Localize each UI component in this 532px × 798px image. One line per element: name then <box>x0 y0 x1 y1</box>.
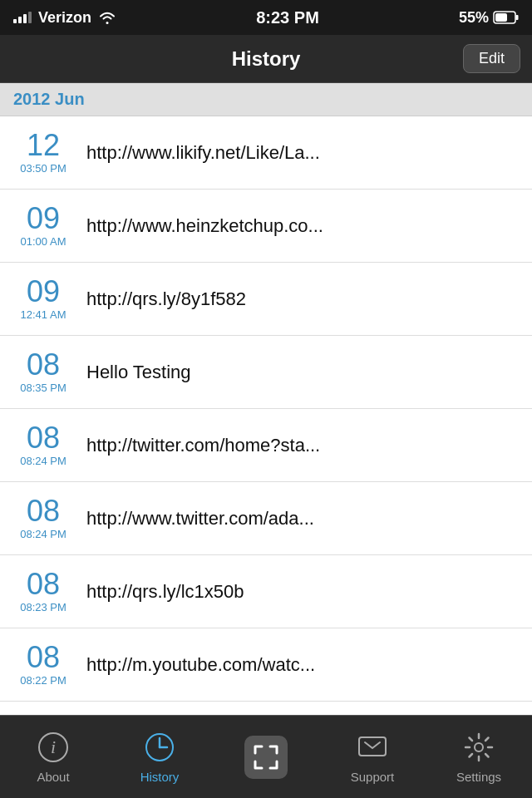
item-url: http://m.youtube.com/watc... <box>86 654 519 676</box>
svg-point-9 <box>475 743 483 751</box>
date-time: 08:22 PM <box>20 674 66 687</box>
item-url: http://www.heinzketchup.co... <box>86 215 519 237</box>
list-item[interactable]: 09 01:00 AM http://www.heinzketchup.co..… <box>0 190 532 263</box>
date-block: 08 08:24 PM <box>13 423 73 467</box>
date-day: 08 <box>27 569 60 599</box>
battery-icon <box>494 11 519 24</box>
date-block: 08 08:23 PM <box>13 569 73 613</box>
support-icon <box>355 730 390 765</box>
tab-history-label: History <box>140 770 180 784</box>
battery-percent: 55% <box>459 9 489 27</box>
settings-icon <box>461 730 496 765</box>
history-icon <box>142 730 177 765</box>
svg-rect-8 <box>359 737 386 756</box>
status-left: Verizon <box>13 9 116 27</box>
date-time: 08:24 PM <box>20 528 66 540</box>
date-time: 01:00 AM <box>21 235 66 248</box>
item-url: http://qrs.ly/8y1f582 <box>86 288 519 310</box>
list-item[interactable]: 09 12:41 AM http://qrs.ly/8y1f582 <box>0 263 532 336</box>
date-time: 12:41 AM <box>21 308 66 321</box>
tab-support-label: Support <box>351 770 395 784</box>
date-block: 09 01:00 AM <box>13 204 73 248</box>
signal-icon <box>13 12 32 23</box>
date-block: 08 08:35 PM <box>13 350 73 394</box>
edit-button[interactable]: Edit <box>463 44 520 73</box>
svg-rect-1 <box>516 15 519 20</box>
date-day: 12 <box>27 131 60 160</box>
list-item[interactable]: 08 08:22 PM http://m.youtube.com/watc... <box>0 628 532 702</box>
date-day: 09 <box>27 277 60 307</box>
history-list: 12 03:50 PM http://www.likify.net/Like/L… <box>0 116 532 717</box>
date-time: 08:24 PM <box>20 455 66 467</box>
nav-bar: History Edit <box>0 35 532 83</box>
list-item[interactable]: 08 08:35 PM Hello Testing <box>0 336 532 409</box>
item-url: http://qrs.ly/lc1x50b <box>86 581 519 603</box>
date-day: 08 <box>27 423 60 453</box>
list-item[interactable]: 12 03:50 PM http://www.likify.net/Like/L… <box>0 116 532 190</box>
tab-settings[interactable]: Settings <box>426 716 532 798</box>
tab-about-label: About <box>37 770 69 784</box>
status-bar: Verizon 8:23 PM 55% <box>0 0 532 35</box>
tab-history[interactable]: History <box>106 716 213 798</box>
date-time: 03:50 PM <box>20 162 66 175</box>
status-right: 55% <box>459 9 519 27</box>
item-url: Hello Testing <box>86 362 519 383</box>
carrier-label: Verizon <box>38 9 91 27</box>
about-icon: i <box>36 730 71 765</box>
date-day: 08 <box>27 643 60 672</box>
date-day: 08 <box>27 496 60 526</box>
svg-rect-2 <box>495 13 507 22</box>
date-day: 08 <box>27 350 60 380</box>
date-block: 09 12:41 AM <box>13 277 73 321</box>
item-url: http://twitter.com/home?sta... <box>86 435 519 456</box>
date-time: 08:35 PM <box>20 382 66 394</box>
list-item[interactable]: 08 08:23 PM http://qrs.ly/lc1x50b <box>0 555 532 628</box>
tab-support[interactable]: Support <box>319 716 426 798</box>
tab-scan[interactable] <box>213 716 319 798</box>
scan-icon <box>252 743 280 771</box>
tab-bar: i About History <box>0 715 532 798</box>
tab-about[interactable]: i About <box>0 716 106 798</box>
tab-settings-label: Settings <box>456 770 501 784</box>
status-time: 8:23 PM <box>256 8 319 27</box>
svg-text:i: i <box>51 736 56 757</box>
list-item[interactable]: 08 08:24 PM http://twitter.com/home?sta.… <box>0 409 532 482</box>
list-item[interactable]: 08 08:24 PM http://www.twitter.com/ada..… <box>0 482 532 555</box>
item-url: http://www.twitter.com/ada... <box>86 508 519 530</box>
nav-title: History <box>232 47 301 71</box>
date-block: 08 08:22 PM <box>13 643 73 687</box>
date-day: 09 <box>27 204 60 234</box>
date-block: 12 03:50 PM <box>13 131 73 175</box>
date-block: 08 08:24 PM <box>13 496 73 540</box>
wifi-icon <box>98 10 116 25</box>
scan-icon-box <box>244 736 288 779</box>
item-url: http://www.likify.net/Like/La... <box>86 142 519 164</box>
section-header: 2012 Jun <box>0 83 532 116</box>
date-time: 08:23 PM <box>20 601 66 613</box>
